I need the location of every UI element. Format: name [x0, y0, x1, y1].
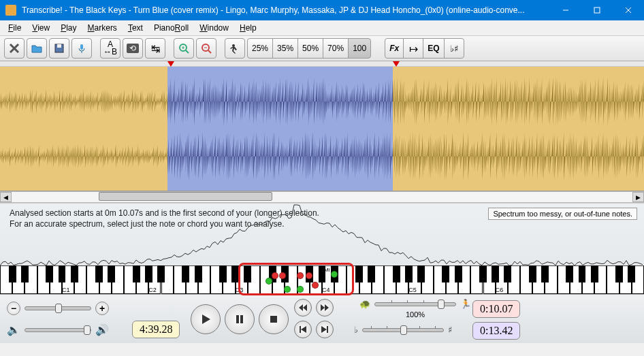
speed-35-button[interactable]: 35%	[272, 38, 298, 59]
marker-strip[interactable]	[0, 61, 644, 67]
black-key[interactable]	[59, 265, 66, 282]
black-key[interactable]	[455, 265, 462, 282]
waveform-scrollbar[interactable]: ◀ ▶	[0, 191, 644, 203]
svg-rect-22	[327, 326, 328, 333]
black-key[interactable]	[145, 265, 152, 282]
black-key[interactable]	[479, 265, 487, 282]
speed-50-button[interactable]: 50%	[297, 38, 323, 59]
sharp-icon: ♯	[448, 325, 452, 335]
scroll-right-button[interactable]: ▶	[632, 192, 644, 202]
menu-file[interactable]: File	[3, 22, 27, 34]
svg-rect-21	[300, 326, 301, 333]
record-button[interactable]	[71, 38, 92, 59]
menu-play[interactable]: Play	[55, 22, 82, 34]
scroll-thumb[interactable]	[99, 192, 272, 201]
black-key[interactable]	[46, 265, 53, 282]
black-key[interactable]	[529, 265, 536, 282]
black-key[interactable]	[492, 265, 499, 282]
black-key[interactable]	[195, 265, 202, 282]
speed-slider[interactable]	[374, 302, 456, 306]
app-icon	[5, 5, 16, 16]
black-key[interactable]	[244, 265, 251, 282]
zoom-in-transport[interactable]: +	[95, 302, 109, 315]
volume-slider[interactable]	[25, 328, 91, 332]
black-key[interactable]	[71, 265, 78, 282]
zoom-out-button[interactable]	[196, 38, 216, 59]
black-key[interactable]	[579, 265, 586, 282]
mono-button[interactable]: ↦	[403, 38, 423, 59]
piano-keyboard[interactable]: C1C2C3C4C5C6Mi	[0, 265, 644, 294]
snap-button[interactable]: ↹	[145, 38, 165, 59]
detected-note-dot	[312, 282, 319, 289]
stop-button[interactable]	[259, 304, 289, 334]
black-key[interactable]	[628, 265, 635, 282]
black-key[interactable]	[615, 265, 623, 282]
menu-markers[interactable]: Markers	[82, 22, 123, 34]
save-button[interactable]	[49, 38, 69, 59]
speaker-mute-icon: 🔈	[7, 323, 20, 336]
black-key[interactable]	[9, 265, 16, 282]
follow-playback-button[interactable]	[225, 38, 245, 59]
black-key[interactable]	[541, 265, 549, 282]
prev-button[interactable]	[294, 321, 312, 338]
black-key[interactable]	[504, 265, 511, 282]
black-key[interactable]	[405, 265, 413, 282]
eq-button[interactable]: EQ	[423, 38, 444, 59]
marker-b[interactable]	[393, 61, 400, 67]
black-key[interactable]	[566, 265, 573, 282]
speed-70-button[interactable]: 70%	[323, 38, 349, 59]
black-key[interactable]	[355, 265, 363, 282]
svg-rect-19	[240, 315, 243, 323]
detected-note-dot	[297, 286, 304, 293]
speed-preset-group: 25% 35% 50% 70% 100	[247, 38, 371, 59]
black-key[interactable]	[182, 265, 189, 282]
pitch-slider[interactable]	[362, 328, 444, 332]
black-key[interactable]	[231, 265, 239, 282]
loop-button[interactable]: ⟲	[123, 38, 143, 59]
speaker-loud-icon: 🔊	[95, 323, 109, 336]
black-key[interactable]	[108, 265, 115, 282]
black-key[interactable]	[393, 265, 400, 282]
menu-view[interactable]: View	[27, 22, 55, 34]
black-key[interactable]	[133, 265, 140, 282]
scroll-track[interactable]	[12, 192, 632, 202]
black-key[interactable]	[95, 265, 103, 282]
ab-loop-button[interactable]: A↔B	[100, 38, 120, 59]
close-button[interactable]	[613, 0, 644, 20]
zoom-in-button[interactable]	[174, 38, 194, 59]
svg-point-17	[232, 44, 235, 47]
detected-note-dot	[279, 272, 286, 279]
open-button[interactable]	[27, 38, 47, 59]
close-file-button[interactable]	[4, 38, 25, 59]
waveform-view[interactable]	[0, 61, 644, 191]
menu-text[interactable]: Text	[123, 22, 148, 34]
menu-window[interactable]: Window	[194, 22, 234, 34]
marker-a[interactable]	[167, 61, 174, 67]
zoom-slider[interactable]	[25, 306, 91, 310]
zoom-out-transport[interactable]: −	[7, 302, 20, 315]
minimize-button[interactable]	[550, 0, 581, 20]
next-button[interactable]	[316, 321, 334, 338]
detected-note-dot	[272, 272, 278, 279]
svg-rect-7	[57, 44, 61, 48]
tuning-button[interactable]: ♭♯	[444, 38, 464, 59]
menu-pianoroll[interactable]: PianoRoll	[148, 22, 194, 34]
black-key[interactable]	[368, 265, 375, 282]
black-key[interactable]	[21, 265, 29, 282]
black-key[interactable]	[219, 265, 227, 282]
rewind-button[interactable]	[294, 299, 312, 317]
menu-help[interactable]: Help	[234, 22, 262, 34]
speed-100-button[interactable]: 100	[348, 38, 371, 59]
pause-button[interactable]	[225, 304, 255, 334]
black-key[interactable]	[442, 265, 449, 282]
speed-value-label: 100%	[406, 310, 425, 319]
fast-forward-button[interactable]	[316, 299, 334, 317]
speed-25-button[interactable]: 25%	[247, 38, 273, 59]
scroll-left-button[interactable]: ◀	[0, 192, 12, 202]
black-key[interactable]	[417, 265, 425, 282]
play-button[interactable]	[191, 304, 221, 334]
maximize-button[interactable]	[581, 0, 613, 20]
black-key[interactable]	[591, 265, 598, 282]
black-key[interactable]	[157, 265, 165, 282]
fx-button[interactable]: Fx	[385, 38, 404, 59]
